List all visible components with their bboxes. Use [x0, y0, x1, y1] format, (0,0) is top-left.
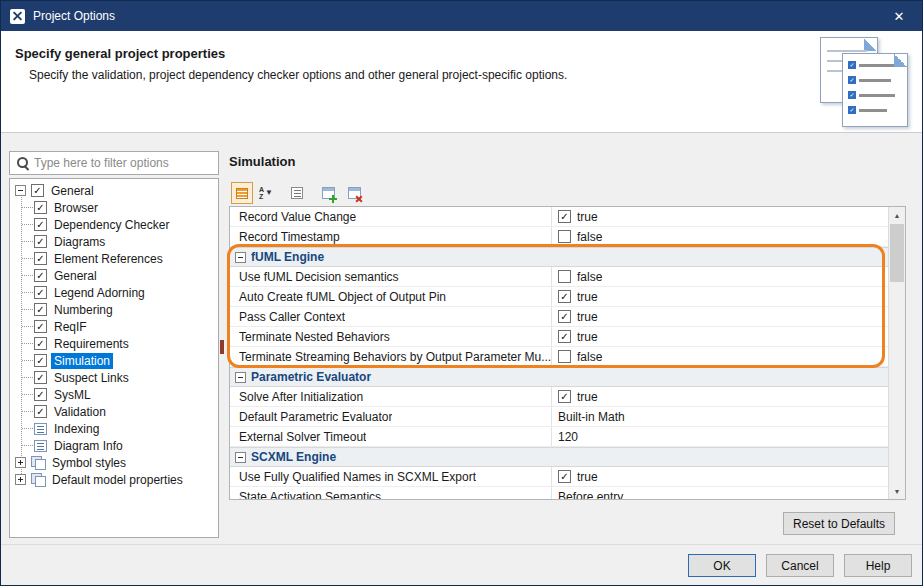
- titlebar[interactable]: Project Options ✕: [1, 1, 922, 31]
- property-value[interactable]: false: [577, 270, 602, 284]
- checkbox-icon[interactable]: ✓: [558, 330, 571, 343]
- property-value[interactable]: false: [577, 350, 602, 364]
- property-value[interactable]: Before entry: [558, 490, 623, 501]
- remove-property-icon[interactable]: [343, 182, 365, 204]
- checkbox-icon[interactable]: ✓: [31, 184, 44, 197]
- tree-item-diagrams[interactable]: ✓ Diagrams: [10, 233, 218, 250]
- table-row[interactable]: Record Value Change ✓true: [230, 207, 889, 227]
- checkbox-icon[interactable]: ✓: [34, 235, 47, 248]
- checkbox-icon[interactable]: ✓: [34, 252, 47, 265]
- alphabetical-sort-icon[interactable]: AZ ▼: [255, 182, 277, 204]
- table-row[interactable]: Terminate Nested Behaviors ✓true: [230, 327, 889, 347]
- checkbox-icon[interactable]: ✓: [558, 390, 571, 403]
- tree-item-label-selected[interactable]: Simulation: [51, 353, 113, 369]
- checkbox-icon[interactable]: ✓: [558, 470, 571, 483]
- property-value[interactable]: false: [577, 230, 602, 244]
- tree-item-sysml[interactable]: ✓ SysML: [10, 386, 218, 403]
- tree-item-element-references[interactable]: ✓ Element References: [10, 250, 218, 267]
- tree-item-default-model-properties[interactable]: Default model properties: [10, 471, 218, 488]
- table-row[interactable]: Auto Create fUML Object of Output Pin ✓t…: [230, 287, 889, 307]
- expand-icon[interactable]: [15, 457, 26, 468]
- tree-item-label[interactable]: Element References: [51, 251, 166, 267]
- property-value[interactable]: true: [577, 330, 598, 344]
- tree-item-label[interactable]: Suspect Links: [51, 370, 132, 386]
- show-description-icon[interactable]: [286, 182, 308, 204]
- checkbox-icon[interactable]: ✓: [558, 210, 571, 223]
- table-row[interactable]: State Activation Semantics Before entry: [230, 487, 889, 500]
- tree-item-general-sub[interactable]: ✓ General: [10, 267, 218, 284]
- tree-item-numbering[interactable]: ✓ Numbering: [10, 301, 218, 318]
- close-button[interactable]: ✕: [876, 1, 922, 31]
- tree-item-label[interactable]: General: [51, 268, 100, 284]
- checkbox-icon[interactable]: ✓: [34, 354, 47, 367]
- checkbox-icon[interactable]: ✓: [34, 337, 47, 350]
- tree-item-simulation[interactable]: ✓ Simulation: [10, 352, 218, 369]
- vertical-scrollbar[interactable]: ▲ ▼: [888, 207, 905, 499]
- tree-item-label[interactable]: Symbol styles: [49, 455, 129, 471]
- ok-button[interactable]: OK: [688, 554, 756, 577]
- property-value[interactable]: true: [577, 210, 598, 224]
- checkbox-icon[interactable]: [558, 350, 571, 363]
- checkbox-icon[interactable]: ✓: [34, 405, 47, 418]
- tree-item-dependency-checker[interactable]: ✓ Dependency Checker: [10, 216, 218, 233]
- property-value[interactable]: Built-in Math: [558, 410, 625, 424]
- reset-to-defaults-button[interactable]: Reset to Defaults: [783, 512, 895, 535]
- table-row[interactable]: Use Fully Qualified Names in SCXML Expor…: [230, 467, 889, 487]
- categorized-view-icon[interactable]: [231, 182, 253, 204]
- property-value[interactable]: 120: [558, 430, 578, 444]
- tree-item-label[interactable]: Diagram Info: [51, 438, 126, 454]
- table-row[interactable]: External Solver Timeout 120: [230, 427, 889, 447]
- checkbox-icon[interactable]: ✓: [558, 310, 571, 323]
- scroll-down-button[interactable]: ▼: [889, 483, 905, 499]
- checkbox-icon[interactable]: ✓: [34, 388, 47, 401]
- scroll-up-button[interactable]: ▲: [889, 207, 905, 223]
- filter-box[interactable]: [9, 151, 219, 175]
- cancel-button[interactable]: Cancel: [766, 554, 834, 577]
- tree-item-indexing[interactable]: Indexing: [10, 420, 218, 437]
- collapse-icon[interactable]: [235, 372, 246, 383]
- table-row[interactable]: Default Parametric Evaluator Built-in Ma…: [230, 407, 889, 427]
- property-value[interactable]: true: [577, 310, 598, 324]
- collapse-icon[interactable]: [235, 452, 246, 463]
- tree-item-label[interactable]: Validation: [51, 404, 109, 420]
- tree-item-label[interactable]: Diagrams: [51, 234, 108, 250]
- expand-icon[interactable]: [15, 474, 26, 485]
- tree-item-label[interactable]: Numbering: [51, 302, 116, 318]
- checkbox-icon[interactable]: ✓: [34, 269, 47, 282]
- help-button[interactable]: Help: [844, 554, 912, 577]
- tree-item-label[interactable]: Dependency Checker: [51, 217, 172, 233]
- tree-item-symbol-styles[interactable]: Symbol styles: [10, 454, 218, 471]
- add-property-icon[interactable]: [317, 182, 339, 204]
- tree-item-general[interactable]: ✓ General: [10, 182, 218, 199]
- scrollbar-thumb[interactable]: [890, 224, 904, 282]
- checkbox-icon[interactable]: [558, 270, 571, 283]
- table-group-row[interactable]: fUML Engine: [230, 247, 889, 267]
- tree-item-diagram-info[interactable]: Diagram Info: [10, 437, 218, 454]
- tree-item-reqif[interactable]: ✓ ReqIF: [10, 318, 218, 335]
- tree-item-label[interactable]: Legend Adorning: [51, 285, 148, 301]
- property-value[interactable]: true: [577, 470, 598, 484]
- table-group-row[interactable]: SCXML Engine: [230, 447, 889, 467]
- collapse-icon[interactable]: [235, 252, 246, 263]
- table-row[interactable]: Solve After Initialization ✓true: [230, 387, 889, 407]
- tree-item-label[interactable]: General: [48, 183, 97, 199]
- tree-item-label[interactable]: Requirements: [51, 336, 132, 352]
- table-row[interactable]: Terminate Streaming Behaviors by Output …: [230, 347, 889, 367]
- checkbox-icon[interactable]: ✓: [558, 290, 571, 303]
- tree-item-requirements[interactable]: ✓ Requirements: [10, 335, 218, 352]
- tree-item-label[interactable]: Browser: [51, 200, 101, 216]
- tree-item-browser[interactable]: ✓ Browser: [10, 199, 218, 216]
- checkbox-icon[interactable]: ✓: [34, 218, 47, 231]
- tree-item-label[interactable]: Indexing: [51, 421, 102, 437]
- collapse-icon[interactable]: [15, 185, 26, 196]
- checkbox-icon[interactable]: ✓: [34, 371, 47, 384]
- property-value[interactable]: true: [577, 290, 598, 304]
- tree-item-label[interactable]: ReqIF: [51, 319, 90, 335]
- options-tree[interactable]: ✓ General ✓ Browser ✓ Dependency Checker…: [9, 178, 219, 538]
- table-row[interactable]: Use fUML Decision semantics false: [230, 267, 889, 287]
- table-row[interactable]: Record Timestamp false: [230, 227, 889, 247]
- checkbox-icon[interactable]: ✓: [34, 303, 47, 316]
- table-row[interactable]: Pass Caller Context ✓true: [230, 307, 889, 327]
- tree-item-validation[interactable]: ✓ Validation: [10, 403, 218, 420]
- checkbox-icon[interactable]: ✓: [34, 320, 47, 333]
